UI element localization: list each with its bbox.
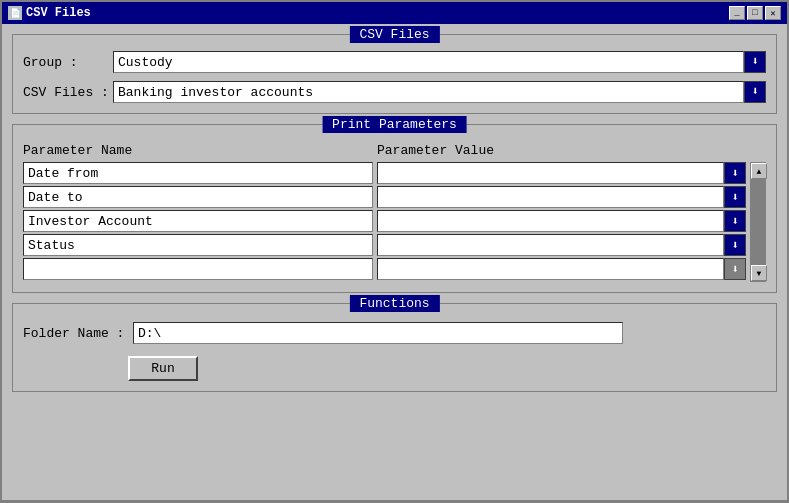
param-dropdown-btn-0[interactable]: ⬇	[724, 162, 746, 184]
param-dropdown-arrow-4: ⬇	[731, 262, 738, 277]
group-row: Group : ⬇	[23, 51, 766, 73]
folder-name-input[interactable]	[133, 322, 623, 344]
csv-files-dropdown-arrow: ⬇	[751, 86, 758, 98]
group-label: Group :	[23, 55, 113, 70]
param-value-input-0[interactable]	[377, 162, 724, 184]
folder-label: Folder Name :	[23, 326, 133, 341]
param-value-input-2[interactable]	[377, 210, 724, 232]
params-header: Parameter Name Parameter Value	[23, 143, 766, 158]
csv-files-label: CSV Files :	[23, 85, 113, 100]
window-title: CSV Files	[26, 6, 91, 20]
scroll-track	[751, 179, 765, 265]
group-input[interactable]	[113, 51, 744, 73]
col-param-value-header: Parameter Value	[377, 143, 766, 158]
title-buttons: _ □ ✕	[729, 6, 781, 20]
functions-section: Functions Folder Name : Run	[12, 303, 777, 392]
param-row-1: ⬇	[23, 186, 746, 208]
param-dropdown-btn-3[interactable]: ⬇	[724, 234, 746, 256]
maximize-button[interactable]: □	[747, 6, 763, 20]
param-value-input-1[interactable]	[377, 186, 724, 208]
col-param-name-header: Parameter Name	[23, 143, 373, 158]
param-name-input-0[interactable]	[23, 162, 373, 184]
csv-files-row: CSV Files : ⬇	[23, 81, 766, 103]
params-rows-container: ⬇ ⬇	[23, 162, 746, 282]
param-value-container-3: ⬇	[377, 234, 746, 256]
param-dropdown-arrow-3: ⬇	[731, 238, 738, 253]
main-window: 📄 CSV Files _ □ ✕ CSV Files Group : ⬇	[0, 0, 789, 503]
param-row-2: ⬇	[23, 210, 746, 232]
folder-row: Folder Name :	[23, 322, 766, 344]
param-value-container-1: ⬇	[377, 186, 746, 208]
param-row-3: ⬇	[23, 234, 746, 256]
param-row-0: ⬇	[23, 162, 746, 184]
param-value-container-0: ⬇	[377, 162, 746, 184]
window-icon: 📄	[8, 6, 22, 20]
param-name-input-4[interactable]	[23, 258, 373, 280]
bottom-separator	[2, 500, 787, 501]
functions-section-title: Functions	[349, 295, 439, 312]
csv-files-dropdown-button[interactable]: ⬇	[744, 81, 766, 103]
print-params-section: Print Parameters Parameter Name Paramete…	[12, 124, 777, 293]
param-dropdown-btn-2[interactable]: ⬇	[724, 210, 746, 232]
param-dropdown-arrow-1: ⬇	[731, 190, 738, 205]
params-body: ⬇ ⬇	[23, 162, 766, 282]
param-name-input-2[interactable]	[23, 210, 373, 232]
csv-files-input[interactable]	[113, 81, 744, 103]
param-value-container-4: ⬇	[377, 258, 746, 280]
close-button[interactable]: ✕	[765, 6, 781, 20]
param-value-input-4[interactable]	[377, 258, 724, 280]
param-dropdown-btn-1[interactable]: ⬇	[724, 186, 746, 208]
param-dropdown-arrow-0: ⬇	[731, 166, 738, 181]
params-scrollbar: ▲ ▼	[750, 162, 766, 282]
group-field-group: ⬇	[113, 51, 766, 73]
title-bar: 📄 CSV Files _ □ ✕	[2, 2, 787, 24]
run-button[interactable]: Run	[128, 356, 198, 381]
title-bar-left: 📄 CSV Files	[8, 6, 91, 20]
scroll-down-button[interactable]: ▼	[751, 265, 767, 281]
content-area: CSV Files Group : ⬇ CSV Files : ⬇	[2, 24, 787, 500]
group-dropdown-button[interactable]: ⬇	[744, 51, 766, 73]
param-dropdown-btn-4[interactable]: ⬇	[724, 258, 746, 280]
param-name-input-1[interactable]	[23, 186, 373, 208]
csv-files-field-group: ⬇	[113, 81, 766, 103]
print-params-section-title: Print Parameters	[322, 116, 467, 133]
csv-files-section: CSV Files Group : ⬇ CSV Files : ⬇	[12, 34, 777, 114]
minimize-button[interactable]: _	[729, 6, 745, 20]
param-dropdown-arrow-2: ⬇	[731, 214, 738, 229]
param-name-input-3[interactable]	[23, 234, 373, 256]
param-value-container-2: ⬇	[377, 210, 746, 232]
param-value-input-3[interactable]	[377, 234, 724, 256]
param-row-4: ⬇	[23, 258, 746, 280]
group-dropdown-arrow: ⬇	[751, 56, 758, 68]
csv-files-section-title: CSV Files	[349, 26, 439, 43]
scroll-up-button[interactable]: ▲	[751, 163, 767, 179]
